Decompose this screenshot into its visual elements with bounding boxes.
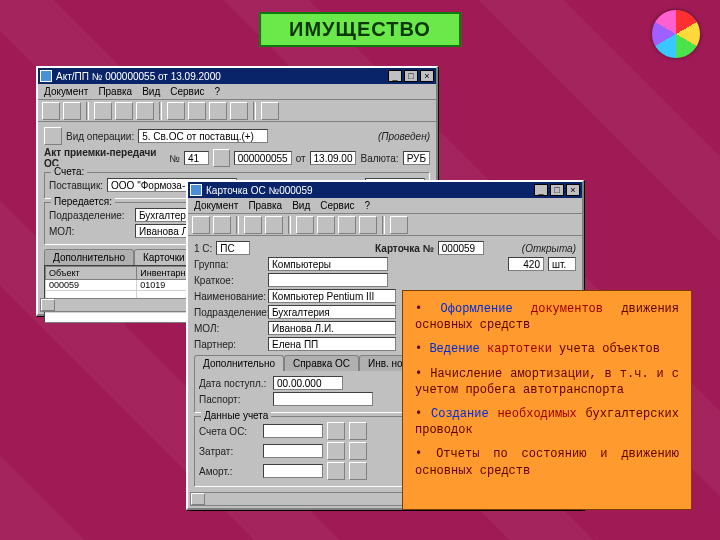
cut-icon[interactable]	[244, 216, 262, 234]
doc-status: (Проведен)	[378, 131, 430, 142]
operation-label: Вид операции:	[66, 131, 134, 142]
minimize-button[interactable]: _	[534, 184, 548, 196]
cut-icon[interactable]	[94, 102, 112, 120]
tab-additional[interactable]: Дополнительно	[44, 249, 134, 265]
exit-icon[interactable]	[390, 216, 408, 234]
toolbar-separator	[159, 102, 162, 120]
menu-edit[interactable]: Правка	[248, 200, 282, 211]
toolbar-separator	[288, 216, 291, 234]
short-label: Краткое:	[194, 275, 264, 286]
maximize-button[interactable]: □	[404, 70, 418, 82]
menubar: Документ Правка Вид Сервис ?	[188, 198, 582, 214]
short-field[interactable]	[268, 273, 388, 287]
operation-field[interactable]: 5. Св.ОС от поставщ.(+)	[138, 129, 268, 143]
date-field[interactable]: 13.09.00	[310, 151, 357, 165]
currency-field[interactable]: РУБ	[403, 151, 430, 165]
passport-field[interactable]	[273, 392, 373, 406]
close-button[interactable]: ×	[566, 184, 580, 196]
dept-label: Подразделение:	[194, 307, 264, 318]
print-icon[interactable]	[63, 102, 81, 120]
menu-help[interactable]: ?	[365, 200, 371, 211]
nav-first-icon[interactable]	[296, 216, 314, 234]
scroll-left-icon[interactable]	[41, 299, 55, 311]
close-button[interactable]: ×	[420, 70, 434, 82]
qty-field[interactable]: 420	[508, 257, 544, 271]
lookup-icon[interactable]	[327, 442, 345, 460]
lookup-icon[interactable]	[327, 422, 345, 440]
window-title: Акт/ПП № 000000055 от 13.09.2000	[56, 71, 221, 82]
nav-last-icon[interactable]	[230, 102, 248, 120]
menu-service[interactable]: Сервис	[170, 86, 204, 97]
menu-document[interactable]: Документ	[44, 86, 88, 97]
dept-field[interactable]: Бухгалтерия	[268, 305, 396, 319]
nav-prev-icon[interactable]	[188, 102, 206, 120]
copy-icon[interactable]	[115, 102, 133, 120]
exit-icon[interactable]	[261, 102, 279, 120]
act-no-label: №	[169, 153, 180, 164]
grid-col-object[interactable]: Объект	[46, 267, 137, 280]
head-field[interactable]: ПС	[216, 241, 250, 255]
lookup-icon[interactable]	[327, 462, 345, 480]
dept-label: Подразделение:	[49, 210, 131, 221]
cell[interactable]: 000059	[46, 280, 137, 291]
toolbar-separator	[382, 216, 385, 234]
nav-last-icon[interactable]	[359, 216, 377, 234]
tab-reference[interactable]: Справка ОС	[284, 355, 359, 371]
scroll-left-icon[interactable]	[191, 493, 205, 505]
menu-view[interactable]: Вид	[142, 86, 160, 97]
frame-label: Счета:	[51, 166, 87, 177]
app-icon	[40, 70, 52, 82]
menu-edit[interactable]: Правка	[98, 86, 132, 97]
group-field[interactable]: Компьютеры	[268, 257, 388, 271]
nav-first-icon[interactable]	[167, 102, 185, 120]
amort-field[interactable]	[263, 464, 323, 478]
acc-field[interactable]	[263, 424, 323, 438]
card-status: (Открыта)	[522, 243, 576, 254]
calendar-icon[interactable]	[213, 149, 230, 167]
acc-label: Счета ОС:	[199, 426, 259, 437]
mol-field[interactable]: Иванова Л.И.	[268, 321, 396, 335]
tab-additional[interactable]: Дополнительно	[194, 355, 284, 371]
unit-field[interactable]: шт.	[548, 257, 576, 271]
menu-view[interactable]: Вид	[292, 200, 310, 211]
mol-label: МОЛ:	[194, 323, 264, 334]
save-icon[interactable]	[42, 102, 60, 120]
cost-label: Затрат:	[199, 446, 259, 457]
partner-field[interactable]: Елена ПП	[268, 337, 396, 351]
feature-item: Оформление документов движения основных …	[415, 301, 679, 333]
head-label: 1 С:	[194, 243, 212, 254]
menu-help[interactable]: ?	[215, 86, 221, 97]
minimize-button[interactable]: _	[388, 70, 402, 82]
partner-label: Партнер:	[194, 339, 264, 350]
cost-field[interactable]	[263, 444, 323, 458]
paste-icon[interactable]	[136, 102, 154, 120]
feature-list: Оформление документов движения основных …	[402, 290, 692, 510]
menu-document[interactable]: Документ	[194, 200, 238, 211]
titlebar[interactable]: Акт/ПП № 000000055 от 13.09.2000 _ □ ×	[38, 68, 436, 84]
titlebar[interactable]: Карточка ОС №000059 _ □ ×	[188, 182, 582, 198]
clear-icon[interactable]	[349, 442, 367, 460]
window-title: Карточка ОС №000059	[206, 185, 313, 196]
print-icon[interactable]	[213, 216, 231, 234]
clear-icon[interactable]	[349, 422, 367, 440]
date-in-field[interactable]: 00.00.000	[273, 376, 343, 390]
clear-icon[interactable]	[349, 462, 367, 480]
app-icon	[190, 184, 202, 196]
copy-icon[interactable]	[265, 216, 283, 234]
nav-next-icon[interactable]	[338, 216, 356, 234]
nav-prev-icon[interactable]	[317, 216, 335, 234]
code-field[interactable]: 000000055	[234, 151, 292, 165]
name-label: Наименование:	[194, 291, 264, 302]
toolbar	[188, 214, 582, 236]
feature-item: Создание необходимых бухгалтерских прово…	[415, 406, 679, 438]
lookup-icon[interactable]	[44, 127, 62, 145]
card-no-field[interactable]: 000059	[438, 241, 484, 255]
maximize-button[interactable]: □	[550, 184, 564, 196]
name-field[interactable]: Компьютер Pentium III	[268, 289, 396, 303]
toolbar	[38, 100, 436, 122]
act-no-field[interactable]: 41	[184, 151, 209, 165]
save-icon[interactable]	[192, 216, 210, 234]
nav-next-icon[interactable]	[209, 102, 227, 120]
menu-service[interactable]: Сервис	[320, 200, 354, 211]
color-wheel-logo	[652, 10, 700, 58]
